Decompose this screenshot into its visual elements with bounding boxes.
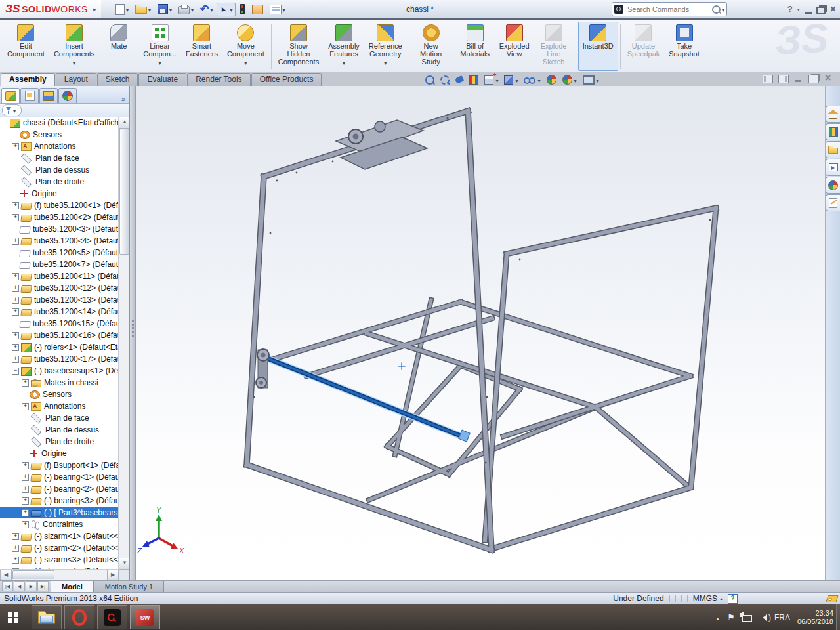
select-caret-icon[interactable] bbox=[228, 5, 232, 14]
taskpane-tab-appearances[interactable] bbox=[826, 177, 840, 194]
hscroll-thumb[interactable] bbox=[12, 570, 54, 579]
tree-expander-icon[interactable]: + bbox=[22, 474, 29, 481]
tree-item[interactable]: Plan de face bbox=[0, 152, 119, 164]
move-component-dropdown-icon[interactable] bbox=[244, 58, 247, 67]
view-settings-caret-icon[interactable] bbox=[595, 75, 599, 85]
tree-item[interactable]: +tube35.1200<12> (Défaut< bbox=[0, 282, 119, 294]
tree-item[interactable]: +(-) [ Part3^basebearsu bbox=[0, 507, 119, 518]
tree-expander-icon[interactable]: + bbox=[12, 214, 19, 221]
tree-item[interactable]: +tube35.1200<11> (Défaut< bbox=[0, 270, 119, 282]
tree-item[interactable]: +(-) sizarm<2> (Défaut<<D bbox=[0, 542, 119, 554]
tree-horizontal-scrollbar[interactable]: ◀ ▶ bbox=[0, 569, 119, 580]
chassis-model[interactable]: Y X Z bbox=[136, 111, 716, 555]
tree-item[interactable]: Origine bbox=[0, 188, 119, 200]
quick-tip-help-icon[interactable]: ? bbox=[728, 594, 738, 604]
tree-expander-icon[interactable]: + bbox=[12, 545, 19, 552]
insert-components-button[interactable]: InsertComponents bbox=[49, 22, 99, 71]
tree-item[interactable]: +(-) bearing<1> (Défaut bbox=[0, 471, 119, 483]
tree-item[interactable]: +(-) sizarm<1> (Défaut<<D bbox=[0, 530, 119, 542]
section-view-button[interactable] bbox=[469, 75, 478, 85]
hide-show-items-caret-icon[interactable] bbox=[536, 75, 540, 85]
vscroll-thumb[interactable] bbox=[119, 129, 129, 255]
tree-tabs-more-icon[interactable]: » bbox=[121, 95, 125, 103]
bill-of-materials-button[interactable]: Bill ofMaterials bbox=[455, 22, 495, 71]
smart-fasteners-button[interactable]: SmartFasteners bbox=[181, 22, 222, 71]
tree-item[interactable]: tube35.1200<3> (Défaut< bbox=[0, 223, 119, 235]
minimize-button[interactable] bbox=[805, 9, 812, 14]
menu-expand-arrow[interactable]: ▸ bbox=[93, 6, 96, 12]
new-document-button[interactable] bbox=[113, 2, 131, 17]
tree-tab-configurationmanager[interactable] bbox=[39, 88, 58, 103]
tree-item[interactable]: −(-) basebearsup<1> (Défau bbox=[0, 365, 119, 377]
volume-icon[interactable] bbox=[759, 614, 767, 621]
assembly-features-dropdown-icon[interactable] bbox=[343, 58, 345, 67]
taskpane-tab-design-library[interactable] bbox=[826, 123, 840, 140]
close-doc-button[interactable] bbox=[824, 75, 833, 83]
tree-item[interactable]: +tube35.1200<2> (Défaut< bbox=[0, 211, 119, 223]
exploded-view-button[interactable]: ExplodedView bbox=[495, 22, 534, 71]
action-center-icon[interactable] bbox=[727, 612, 735, 622]
zoom-area-button[interactable] bbox=[440, 75, 450, 85]
instant3d-button[interactable]: Instant3D bbox=[578, 22, 618, 71]
tree-item[interactable]: +(-) bearing<3> (Défaut bbox=[0, 495, 119, 507]
model-canvas[interactable]: Y X Z bbox=[136, 86, 825, 580]
traffic-light-button[interactable] bbox=[237, 2, 248, 16]
scroll-right-icon[interactable]: ▶ bbox=[107, 570, 119, 580]
tree-item[interactable]: Sensors bbox=[0, 129, 119, 140]
properties-note-button[interactable] bbox=[249, 3, 266, 16]
units-selector[interactable]: MMGS bbox=[693, 594, 723, 603]
task-list-caret-icon[interactable] bbox=[282, 5, 285, 14]
tree-expander-icon[interactable]: + bbox=[12, 533, 19, 540]
tree-expander-icon[interactable]: + bbox=[12, 273, 19, 280]
linear-pattern-button[interactable]: LinearCompon... bbox=[138, 22, 181, 71]
tab-scroll-last-icon[interactable]: ▶| bbox=[37, 581, 49, 591]
assembly-features-button[interactable]: AssemblyFeatures bbox=[324, 22, 364, 71]
tree-item[interactable]: +Annotations bbox=[0, 140, 119, 152]
clock[interactable]: 23:34 06/05/2018 bbox=[797, 609, 833, 626]
tree-item[interactable]: +Annotations bbox=[0, 400, 119, 412]
tree-item[interactable]: Origine bbox=[0, 448, 119, 459]
tab-assembly[interactable]: Assembly bbox=[1, 73, 55, 86]
save-button[interactable] bbox=[155, 2, 175, 16]
save-caret-icon[interactable] bbox=[168, 5, 172, 14]
task-list-button[interactable] bbox=[267, 3, 288, 16]
tree-tab-displaymanager[interactable] bbox=[58, 88, 77, 103]
tree-item[interactable]: tube35.1200<7> (Défaut< bbox=[0, 259, 119, 270]
select-button[interactable] bbox=[217, 3, 235, 16]
apply-scene-caret-icon[interactable] bbox=[573, 75, 577, 85]
tab-evaluate[interactable]: Evaluate bbox=[138, 73, 186, 86]
tree-item[interactable]: tube35.1200<15> (Défaut< bbox=[0, 318, 119, 329]
reference-geometry-button[interactable]: ReferenceGeometry bbox=[364, 22, 407, 71]
tree-expander-icon[interactable]: + bbox=[22, 521, 29, 528]
show-desktop-button[interactable] bbox=[836, 604, 840, 630]
open-caret-icon[interactable] bbox=[147, 5, 151, 14]
tree-expander-icon[interactable]: + bbox=[12, 285, 19, 292]
tree-expander-icon[interactable]: + bbox=[22, 379, 29, 387]
tree-item[interactable]: +tube35.1200<4> (Défaut< bbox=[0, 235, 119, 247]
tree-item[interactable]: Plan de dessus bbox=[0, 164, 119, 176]
previous-view-button[interactable] bbox=[455, 77, 463, 83]
insert-components-dropdown-icon[interactable] bbox=[73, 58, 75, 67]
tree-expander-icon[interactable]: + bbox=[12, 344, 19, 351]
help-button[interactable] bbox=[788, 3, 793, 15]
print-caret-icon[interactable] bbox=[190, 5, 194, 14]
undo-caret-icon[interactable] bbox=[209, 5, 213, 14]
tree-expander-icon[interactable]: + bbox=[22, 462, 29, 469]
search-icon[interactable] bbox=[712, 5, 721, 14]
restore-doc-button[interactable] bbox=[808, 75, 819, 83]
tree-item[interactable]: Plan de face bbox=[0, 412, 119, 424]
tree-filter-button[interactable] bbox=[2, 104, 22, 116]
show-hidden-button[interactable]: ShowHiddenComponents bbox=[274, 22, 324, 71]
panel-splitter[interactable] bbox=[130, 86, 136, 580]
help-caret-icon[interactable] bbox=[797, 3, 800, 16]
view-orientation-button[interactable] bbox=[484, 75, 498, 85]
tree-item[interactable]: +Mates in chassi bbox=[0, 377, 119, 388]
hide-show-items-button[interactable] bbox=[524, 75, 540, 85]
pane-right-doc-button[interactable] bbox=[778, 75, 789, 83]
tree-expander-icon[interactable]: + bbox=[12, 143, 19, 150]
restore-button[interactable] bbox=[816, 7, 826, 14]
undo-button[interactable] bbox=[198, 3, 215, 16]
open-button[interactable] bbox=[133, 3, 154, 16]
selected-component-tube[interactable] bbox=[262, 356, 470, 442]
take-snapshot-button[interactable]: TakeSnapshot bbox=[664, 22, 704, 71]
